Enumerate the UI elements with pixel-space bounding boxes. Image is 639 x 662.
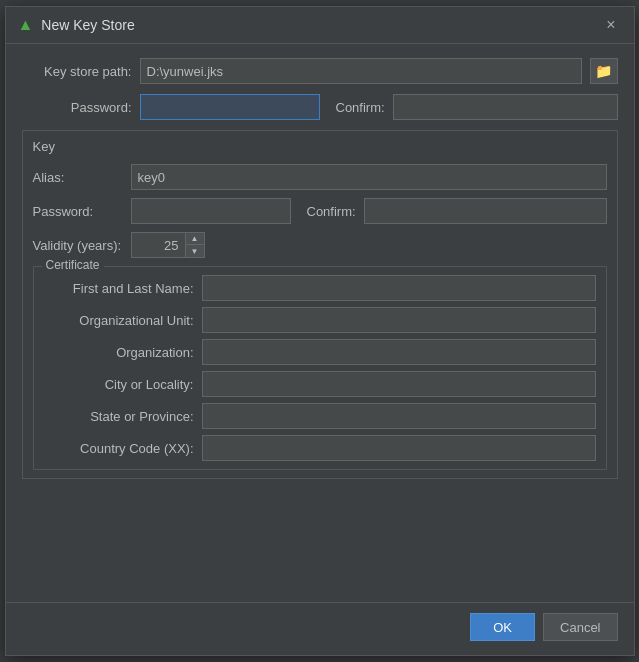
cert-row-2: Organization: xyxy=(44,339,596,365)
dialog-icon: ▲ xyxy=(18,16,34,34)
cert-input-0[interactable] xyxy=(202,275,596,301)
dialog-footer: OK Cancel xyxy=(6,602,634,655)
cert-label-2: Organization: xyxy=(44,345,194,360)
title-bar-left: ▲ New Key Store xyxy=(18,16,135,34)
cert-input-4[interactable] xyxy=(202,403,596,429)
top-password-row: Password: Confirm: xyxy=(22,94,618,120)
cert-row-4: State or Province: xyxy=(44,403,596,429)
top-confirm-input[interactable] xyxy=(393,94,618,120)
cert-input-5[interactable] xyxy=(202,435,596,461)
validity-label: Validity (years): xyxy=(33,238,123,253)
top-password-label: Password: xyxy=(22,100,132,115)
cert-label-0: First and Last Name: xyxy=(44,281,194,296)
cert-row-5: Country Code (XX): xyxy=(44,435,596,461)
cancel-button[interactable]: Cancel xyxy=(543,613,617,641)
ok-button[interactable]: OK xyxy=(470,613,535,641)
keystore-path-input[interactable] xyxy=(140,58,582,84)
top-confirm-label: Confirm: xyxy=(336,100,385,115)
alias-row: Alias: xyxy=(33,164,607,190)
validity-spinner: ▲ ▼ xyxy=(131,232,205,258)
new-keystore-dialog: ▲ New Key Store × Key store path: 📁 Pass… xyxy=(5,6,635,656)
key-confirm-input[interactable] xyxy=(364,198,607,224)
cert-input-2[interactable] xyxy=(202,339,596,365)
cert-row-1: Organizational Unit: xyxy=(44,307,596,333)
alias-label: Alias: xyxy=(33,170,123,185)
cert-input-1[interactable] xyxy=(202,307,596,333)
keystore-path-label: Key store path: xyxy=(22,64,132,79)
key-confirm-label: Confirm: xyxy=(307,204,356,219)
key-password-label: Password: xyxy=(33,204,123,219)
certificate-legend: Certificate xyxy=(42,258,104,272)
cert-input-3[interactable] xyxy=(202,371,596,397)
keystore-path-row: Key store path: 📁 xyxy=(22,58,618,84)
validity-input[interactable] xyxy=(131,232,186,258)
cert-label-5: Country Code (XX): xyxy=(44,441,194,456)
cert-label-4: State or Province: xyxy=(44,409,194,424)
cert-label-1: Organizational Unit: xyxy=(44,313,194,328)
cert-label-3: City or Locality: xyxy=(44,377,194,392)
key-section-title: Key xyxy=(33,139,607,154)
dialog-body: Key store path: 📁 Password: Confirm: Key… xyxy=(6,44,634,602)
browse-button[interactable]: 📁 xyxy=(590,58,618,84)
key-password-input[interactable] xyxy=(131,198,291,224)
spinner-arrows: ▲ ▼ xyxy=(186,232,205,258)
top-password-input[interactable] xyxy=(140,94,320,120)
dialog-title: New Key Store xyxy=(41,17,134,33)
title-bar: ▲ New Key Store × xyxy=(6,7,634,44)
key-section: Key Alias: Password: Confirm: Validity (… xyxy=(22,130,618,479)
alias-input[interactable] xyxy=(131,164,607,190)
folder-icon: 📁 xyxy=(595,63,612,79)
spinner-down-button[interactable]: ▼ xyxy=(186,245,204,257)
validity-row: Validity (years): ▲ ▼ xyxy=(33,232,607,258)
certificate-group: Certificate First and Last Name: Organiz… xyxy=(33,266,607,470)
close-button[interactable]: × xyxy=(600,15,621,35)
key-password-row: Password: Confirm: xyxy=(33,198,607,224)
cert-row-3: City or Locality: xyxy=(44,371,596,397)
cert-row-0: First and Last Name: xyxy=(44,275,596,301)
spinner-up-button[interactable]: ▲ xyxy=(186,233,204,245)
